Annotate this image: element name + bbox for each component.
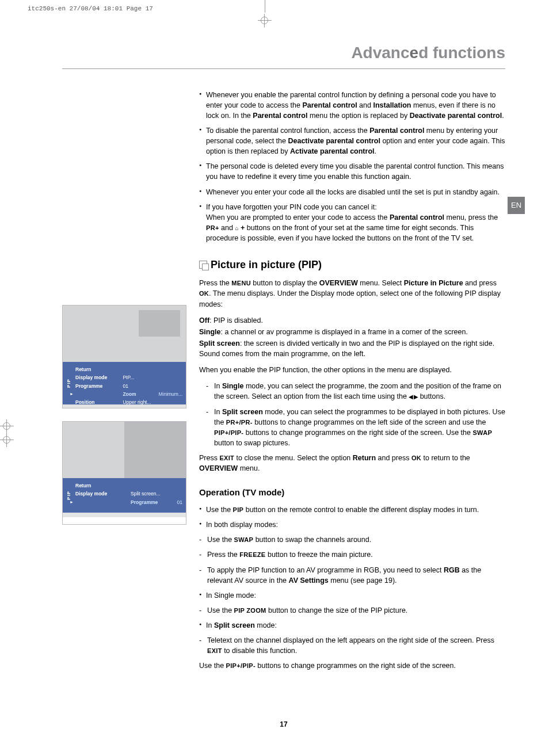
split-left <box>63 422 124 478</box>
list-item: Whenever you enable the parental control… <box>199 90 505 121</box>
paragraph: Off: PIP is disabled. <box>199 315 505 326</box>
section-title-accent: e <box>410 44 419 62</box>
page-number: 17 <box>62 720 505 730</box>
list-item: In Single mode, you can select the progr… <box>206 381 505 402</box>
language-badge: EN <box>508 197 525 214</box>
section-title-post: d functions <box>418 44 505 62</box>
list-item: The personal code is deleted every time … <box>199 161 505 182</box>
paragraph: Split screen: the screen is divided vert… <box>199 338 505 359</box>
split-right <box>124 422 186 478</box>
list-item: Use the SWAP button to swap the channels… <box>199 534 505 545</box>
split-mode-bullet: In Split screen mode: <box>199 620 505 631</box>
figure-bottom-bar <box>63 513 186 517</box>
crop-mark <box>265 0 265 13</box>
pip-icon <box>199 261 207 269</box>
side-figures: PIP Return Display modePIP... Programme0… <box>62 305 186 537</box>
page: Advanced functions EN PIP Return Display… <box>62 14 505 744</box>
list-item: In both display modes: <box>199 520 505 530</box>
figure-menu-label: PIP <box>66 491 73 500</box>
paragraph: When you enable the PIP function, the ot… <box>199 365 505 375</box>
list-item: To apply the PIP function to an AV progr… <box>199 565 505 586</box>
list-item: Teletext on the channel displayed on the… <box>199 635 505 656</box>
figure-pip-single: PIP Return Display modePIP... Programme0… <box>62 305 186 408</box>
section-title: Advanced functions <box>62 41 505 65</box>
figure-screen <box>63 306 186 362</box>
list-item: Use the PIP ZOOM button to change the si… <box>199 605 505 616</box>
heading-pip: Picture in picture (PIP) <box>199 257 505 272</box>
split-mode-dashes: Teletext on the channel displayed on the… <box>199 635 505 656</box>
left-right-arrows-icon <box>409 392 418 400</box>
figure-menu-table: Return Display modeSplit screen... Progr… <box>75 482 182 506</box>
figure-menu-strip: PIP Return Display modeSplit screen... P… <box>63 478 186 513</box>
figure-menu-strip: PIP Return Display modePIP... Programme0… <box>63 362 186 404</box>
single-mode-bullet: In Single mode: <box>199 590 505 601</box>
registration-mark-right <box>0 433 14 447</box>
paragraph: Press the MENU button to display the OVE… <box>199 278 505 309</box>
list-item: In Single mode: <box>199 590 505 601</box>
list-item: Use the PIP button on the remote control… <box>199 505 505 515</box>
list-item: In Split screen mode, you can select the… <box>206 407 505 449</box>
pip-mode-dashes: In Single mode, you can select the progr… <box>199 381 505 448</box>
text: If you have forgotten your PIN code you … <box>206 203 377 211</box>
list-item: To disable the parental control function… <box>199 125 505 156</box>
single-mode-dashes: Use the PIP ZOOM button to change the si… <box>199 605 505 616</box>
list-item: If you have forgotten your PIN code you … <box>199 202 505 244</box>
header-rule <box>62 68 505 69</box>
parental-control-bullets: Whenever you enable the parental control… <box>199 90 505 244</box>
both-mode-dashes: Use the SWAP button to swap the channels… <box>199 534 505 586</box>
figure-pip-split: PIP Return Display modeSplit screen... P… <box>62 421 186 525</box>
registration-mark-left <box>0 419 14 433</box>
paragraph: Use the PIP+/PIP- buttons to change prog… <box>199 660 505 671</box>
heading-text: Picture in picture (PIP) <box>211 259 322 270</box>
figure-screen <box>63 422 186 478</box>
section-title-pre: Advanc <box>351 44 409 62</box>
pip-inset-box <box>139 310 180 337</box>
paragraph: Single: a channel or av programme is dis… <box>199 327 505 337</box>
figure-menu-table: Return Display modePIP... Programme01 Zo… <box>75 365 182 407</box>
print-slug: itc250s-en 27/08/04 18:01 Page 17 <box>28 5 153 14</box>
list-item: Press the FREEZE button to freeze the ma… <box>199 549 505 560</box>
figure-menu-label: PIP <box>66 379 73 388</box>
list-item: In Split screen mode: <box>199 620 505 631</box>
operation-bullets: Use the PIP button on the remote control… <box>199 505 505 530</box>
main-column: Whenever you enable the parental control… <box>199 90 505 671</box>
list-item: Whenever you enter your code all the loc… <box>199 187 505 197</box>
paragraph: Press EXIT to close the menu. Select the… <box>199 453 505 474</box>
heading-operation: Operation (TV mode) <box>199 486 505 499</box>
